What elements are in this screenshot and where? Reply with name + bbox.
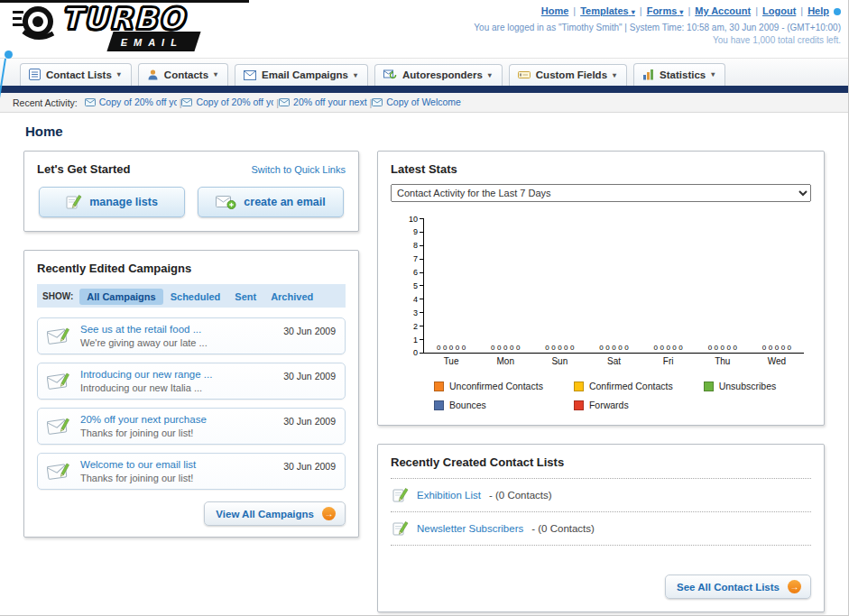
bar-value-label: 0 (462, 345, 466, 352)
recent-activity-label: Recent Activity: (13, 97, 78, 108)
campaigns-filter-tab-archived[interactable]: Archived (263, 289, 320, 305)
y-axis-tick: 6 (413, 272, 423, 273)
contacts-icon (147, 69, 159, 80)
legend-item-unconfirmed-contacts: Unconfirmed Contacts (434, 381, 543, 391)
view-all-campaigns-button[interactable]: View All Campaigns → (204, 501, 346, 526)
campaign-list-item[interactable]: Welcome to our email listThanks for join… (37, 453, 346, 490)
see-all-contact-lists-button[interactable]: See All Contact Lists → (665, 575, 811, 599)
get-started-panel: Let's Get Started Switch to Quick Links … (23, 151, 359, 232)
bar-value-label: 0 (545, 345, 549, 352)
bar-value-label: 0 (443, 345, 447, 352)
chevron-down-icon: ▾ (632, 8, 635, 16)
show-label: SHOW: (42, 291, 73, 301)
pencil-icon (66, 194, 82, 210)
envelope-icon (279, 98, 290, 106)
tab-statistics[interactable]: Statistics▾ (633, 63, 725, 86)
campaign-list-item[interactable]: See us at the retail food ...We're givin… (37, 317, 346, 354)
chevron-down-icon: ▾ (711, 70, 715, 78)
y-axis-tick: 0 (413, 353, 423, 354)
stats-period-select[interactable]: Contact Activity for the Last 7 Days (391, 184, 811, 202)
switch-quick-links-link[interactable]: Switch to Quick Links (251, 164, 346, 175)
arrow-right-icon: → (788, 580, 801, 593)
y-axis-tick: 5 (413, 285, 423, 286)
y-axis-tick: 3 (413, 312, 423, 313)
custom-fields-icon (518, 69, 531, 80)
envelope-icon (181, 98, 192, 106)
campaign-date: 30 Jun 2009 (283, 461, 336, 472)
logo-title: TURBO (61, 4, 198, 33)
top-nav-link-help[interactable]: Help (807, 5, 829, 16)
header-right: Home|Templates ▾|Forms ▾|My Account|Logo… (474, 5, 841, 45)
bar-group: 00000 (750, 345, 804, 353)
campaign-date: 30 Jun 2009 (283, 326, 336, 336)
tab-email-campaigns[interactable]: Email Campaigns▾ (235, 64, 368, 86)
arrow-right-icon: → (322, 507, 336, 520)
tab-contact-lists[interactable]: Contact Lists▾ (20, 63, 132, 86)
contact-lists-icon (29, 69, 41, 80)
create-an-email-button[interactable]: create an email (198, 187, 344, 217)
contact-list-link[interactable]: Newsletter Subscribers (417, 523, 523, 534)
campaigns-filter-bar: SHOW: All CampaignsScheduledSentArchived (37, 284, 346, 308)
latest-stats-panel: Latest Stats Contact Activity for the La… (377, 151, 825, 426)
campaigns-filter-tab-scheduled[interactable]: Scheduled (163, 289, 228, 305)
campaign-list: See us at the retail food ...We're givin… (37, 317, 346, 490)
manage-lists-button[interactable]: manage lists (39, 187, 185, 217)
contact-lists-panel-title: Recently Created Contact Lists (391, 455, 811, 469)
campaigns-filter-tab-all-campaigns[interactable]: All Campaigns (79, 289, 162, 305)
envelope-plus-icon (216, 195, 236, 209)
y-axis-tick: 2 (413, 326, 423, 326)
chevron-down-icon: ▾ (679, 8, 683, 16)
bar-group: 00000 (478, 345, 532, 353)
recent-activity-item[interactable]: Copy of 20% off yo (181, 97, 273, 107)
left-column: Let's Get Started Switch to Quick Links … (23, 151, 359, 556)
campaign-title-link[interactable]: See us at the retail food ... (80, 324, 274, 335)
y-axis-tick: 1 (413, 339, 423, 340)
chevron-down-icon: ▾ (117, 70, 121, 78)
bar-value-label: 0 (599, 345, 603, 352)
bar-value-label: 0 (781, 345, 785, 352)
bar-value-label: 0 (618, 345, 622, 352)
bar-value-label: 0 (775, 345, 779, 352)
top-nav-link-forms[interactable]: Forms ▾ (647, 5, 684, 16)
logo-swirl-icon (13, 4, 58, 45)
x-axis-label: Sun (532, 356, 586, 366)
chart-x-axis: TueMonSunSatFriThuWed (424, 354, 804, 366)
campaign-title-link[interactable]: Introducing our new range ... (80, 369, 274, 380)
envelope-pencil-icon (47, 416, 71, 437)
campaign-title-link[interactable]: Welcome to our email list (80, 459, 274, 470)
recent-activity-item[interactable]: 20% off your next (279, 97, 367, 107)
page-title: Home (25, 124, 825, 139)
contact-list-item[interactable]: Newsletter Subscribers - (0 Contacts) (391, 512, 811, 546)
campaign-list-item[interactable]: Introducing our new range ...Introducing… (37, 363, 346, 400)
statistics-icon (642, 69, 654, 80)
top-nav-link-logout[interactable]: Logout (762, 5, 796, 16)
x-axis-label: Tue (424, 356, 478, 366)
campaign-subtitle: Introducing our new Italia ... (80, 382, 274, 393)
top-nav-link-templates[interactable]: Templates ▾ (580, 5, 635, 16)
tab-contacts[interactable]: Contacts▾ (138, 63, 228, 86)
chevron-down-icon: ▾ (613, 71, 616, 79)
bar-value-label: 0 (503, 345, 507, 352)
envelope-pencil-icon (47, 371, 71, 391)
y-axis-tick: 9 (413, 232, 423, 233)
campaign-title-link[interactable]: 20% off your next purchase (80, 414, 274, 425)
envelope-pencil-icon (47, 461, 71, 482)
campaign-list-item[interactable]: 20% off your next purchaseThanks for joi… (37, 408, 346, 445)
contact-list-link[interactable]: Exhibition List (417, 490, 481, 501)
tab-autoresponders[interactable]: Autoresponders▾ (374, 64, 503, 86)
top-nav-link-my-account[interactable]: My Account (695, 5, 751, 16)
bar-value-label: 0 (721, 345, 724, 352)
recent-activity-item[interactable]: Copy of 20% off yo (85, 97, 177, 107)
recent-activity-item[interactable]: Copy of Welcome to (372, 97, 464, 107)
bar-value-label: 0 (570, 345, 574, 352)
bar-value-label: 0 (456, 345, 459, 352)
bar-value-label: 0 (762, 345, 766, 352)
envelope-icon (85, 98, 96, 106)
contact-list-item[interactable]: Exhibition List - (0 Contacts) (391, 478, 811, 512)
top-nav-link-home[interactable]: Home (541, 5, 569, 16)
legend-item-bounces: Bounces (434, 400, 543, 410)
bar-value-label: 0 (788, 345, 791, 352)
campaigns-filter-tab-sent[interactable]: Sent (227, 289, 263, 305)
campaign-date: 30 Jun 2009 (283, 416, 336, 427)
tab-custom-fields[interactable]: Custom Fields▾ (509, 64, 627, 86)
